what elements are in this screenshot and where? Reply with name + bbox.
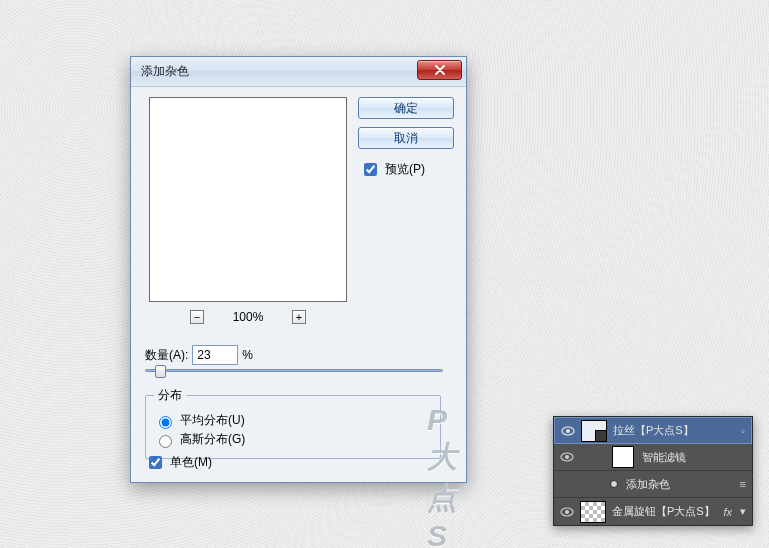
fx-badge[interactable]: fx [723,506,734,518]
minus-icon: − [194,312,200,323]
uniform-radio-label: 平均分布(U) [180,412,245,429]
expand-icon[interactable]: ◦ [739,425,747,437]
preview-box[interactable] [149,97,347,302]
filter-options-icon[interactable]: ≡ [740,478,748,490]
layer-row-knob[interactable]: 金属旋钮【P大点S】 fx ▾ [554,498,752,525]
zoom-controls: − 100% + [149,310,347,324]
svg-point-3 [565,455,569,459]
eye-icon [560,507,574,517]
filter-name[interactable]: 添加杂色 [624,477,740,492]
visibility-toggle[interactable] [559,426,577,436]
amount-label: 数量(A): [145,347,188,364]
close-icon [434,65,446,75]
ok-button[interactable]: 确定 [358,97,454,119]
filter-mask-thumbnail[interactable] [612,446,634,468]
svg-point-1 [566,429,570,433]
eye-icon [561,426,575,436]
svg-point-5 [565,510,569,514]
distribution-fieldset: 分布 平均分布(U) 高斯分布(G) [145,387,441,459]
plus-icon: + [296,312,302,323]
close-button[interactable] [417,60,462,80]
layers-panel: 拉丝【P大点S】 ◦ 智能滤镜 添加杂色 ≡ 金属旋钮【P大点S】 fx ▾ [553,416,753,526]
add-noise-dialog: 添加杂色 − 100% + 确定 取消 预览(P) 数量(A): % [130,56,467,483]
uniform-radio[interactable] [159,416,172,429]
layer-name[interactable]: 金属旋钮【P大点S】 [610,504,719,519]
zoom-out-button[interactable]: − [190,310,204,324]
amount-row: 数量(A): % [145,345,253,365]
eye-icon [560,452,574,462]
monochrome-row[interactable]: 单色(M) [145,453,212,472]
amount-input[interactable] [192,345,238,365]
visibility-toggle[interactable] [558,452,576,462]
amount-suffix: % [242,348,253,362]
smart-filters-label: 智能滤镜 [640,450,686,465]
monochrome-label: 单色(M) [170,454,212,471]
visibility-toggle[interactable] [558,507,576,517]
distribution-legend: 分布 [154,387,186,404]
preview-checkbox[interactable] [364,163,377,176]
gaussian-radio-row[interactable]: 高斯分布(G) [154,431,432,448]
filter-dot-icon [610,480,618,488]
gaussian-radio[interactable] [159,435,172,448]
gaussian-radio-label: 高斯分布(G) [180,431,245,448]
layer-row-brushed[interactable]: 拉丝【P大点S】 ◦ [554,417,752,444]
amount-slider[interactable] [145,369,443,372]
chevron-down-icon[interactable]: ▾ [738,505,748,518]
layer-thumbnail[interactable] [580,501,606,523]
slider-track [145,369,443,372]
smart-filters-header[interactable]: 智能滤镜 [554,444,752,471]
zoom-percent: 100% [226,310,270,324]
preview-checkbox-row[interactable]: 预览(P) [360,160,454,179]
smart-filter-item[interactable]: 添加杂色 ≡ [554,471,752,498]
titlebar[interactable]: 添加杂色 [131,57,466,87]
dialog-buttons: 确定 取消 预览(P) [358,97,454,179]
dialog-body: − 100% + 确定 取消 预览(P) 数量(A): % 分布 [131,87,466,482]
layer-name[interactable]: 拉丝【P大点S】 [611,423,735,438]
zoom-in-button[interactable]: + [292,310,306,324]
layer-thumbnail[interactable] [581,420,607,442]
monochrome-checkbox[interactable] [149,456,162,469]
cancel-button[interactable]: 取消 [358,127,454,149]
uniform-radio-row[interactable]: 平均分布(U) [154,412,432,429]
preview-checkbox-label: 预览(P) [385,161,425,178]
slider-thumb[interactable] [155,365,166,378]
dialog-title: 添加杂色 [141,63,417,80]
